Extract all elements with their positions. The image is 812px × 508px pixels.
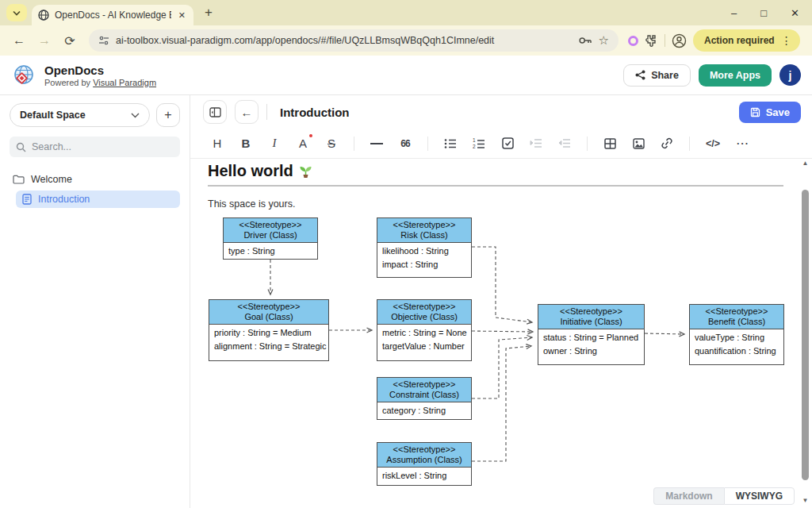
extensions-puzzle-icon[interactable] bbox=[645, 34, 658, 48]
stereotype-label: <<Stereotype>> bbox=[225, 220, 316, 230]
sidebar: Default Space + Search... Welcome bbox=[0, 95, 190, 508]
uml-class-constraint[interactable]: <<Stereotype>>Constraint (Class) categor… bbox=[377, 377, 472, 420]
svg-text:2: 2 bbox=[473, 144, 476, 149]
editor-scrollbar[interactable]: ▲ ▼ bbox=[800, 160, 810, 504]
stereotype-label: <<Stereotype>> bbox=[379, 444, 469, 455]
scroll-up-icon[interactable]: ▲ bbox=[800, 160, 810, 167]
back-to-list-button[interactable]: ← bbox=[235, 100, 259, 124]
window-maximize-button[interactable]: □ bbox=[760, 7, 767, 19]
document-label: Introduction bbox=[38, 194, 90, 205]
uml-class-initiative[interactable]: <<Stereotype>>Initiative (Class) status … bbox=[538, 304, 645, 365]
class-name: Goal (Class) bbox=[211, 312, 327, 322]
wysiwyg-mode-button[interactable]: WYSIWYG bbox=[724, 487, 795, 505]
stereotype-label: <<Stereotype>> bbox=[691, 306, 782, 317]
toggle-sidebar-button[interactable] bbox=[203, 100, 227, 124]
ordered-list-button[interactable]: 1 2 bbox=[473, 135, 485, 152]
save-button[interactable]: Save bbox=[739, 102, 801, 123]
uml-class-driver[interactable]: <<Stereotype>>Driver (Class) type : Stri… bbox=[223, 217, 318, 260]
scrollbar-thumb[interactable] bbox=[802, 190, 809, 480]
horizontal-rule-button[interactable] bbox=[370, 143, 383, 144]
browser-window: OpenDocs - AI Knowledge Base ✕ + – □ ✕ ←… bbox=[0, 0, 812, 508]
stereotype-label: <<Stereotype>> bbox=[379, 302, 469, 312]
more-tools-button[interactable]: ⋯ bbox=[736, 135, 749, 152]
editor-toolbar: H B I A S 66 1 2 bbox=[190, 129, 812, 159]
search-icon bbox=[16, 142, 26, 152]
editor-content[interactable]: Hello world This space is yours. bbox=[190, 159, 812, 508]
class-attribute: valueType : String bbox=[690, 329, 783, 343]
search-placeholder: Search... bbox=[32, 141, 71, 152]
action-required-button[interactable]: Action required ⋮ bbox=[693, 29, 800, 52]
password-key-icon[interactable] bbox=[579, 37, 592, 44]
class-name: Objective (Class) bbox=[379, 312, 469, 322]
class-attribute: category : String bbox=[377, 402, 471, 416]
window-close-button[interactable]: ✕ bbox=[791, 7, 799, 19]
powered-by: Powered by Visual Paradigm bbox=[44, 78, 156, 87]
uml-class-objective[interactable]: <<Stereotype>>Objective (Class) metric :… bbox=[377, 299, 472, 361]
heading-button[interactable]: H bbox=[211, 135, 224, 152]
bullet-list-button[interactable] bbox=[444, 135, 457, 152]
navbar-divider bbox=[665, 34, 665, 47]
uml-class-benefit[interactable]: <<Stereotype>>Benefit (Class) valueType … bbox=[689, 304, 784, 365]
stereotype-label: <<Stereotype>> bbox=[211, 302, 327, 312]
insert-image-button[interactable] bbox=[632, 135, 645, 152]
add-space-button[interactable]: + bbox=[156, 103, 180, 127]
insert-link-button[interactable] bbox=[661, 135, 673, 152]
save-floppy-icon bbox=[750, 107, 760, 117]
back-button[interactable]: ← bbox=[10, 33, 29, 48]
window-minimize-button[interactable]: – bbox=[731, 7, 737, 19]
insert-table-button[interactable] bbox=[603, 135, 616, 152]
profile-icon[interactable] bbox=[672, 33, 687, 48]
document-heading: Hello world bbox=[208, 162, 313, 180]
color-dot-icon bbox=[309, 134, 312, 137]
class-attribute: riskLevel : String bbox=[377, 468, 471, 481]
italic-button[interactable]: I bbox=[268, 135, 281, 152]
extension-ring-icon[interactable] bbox=[628, 36, 638, 46]
bookmark-star-icon[interactable]: ☆ bbox=[599, 33, 609, 48]
class-name: Driver (Class) bbox=[225, 230, 316, 241]
class-attribute: quantification : String bbox=[690, 343, 783, 356]
blockquote-button[interactable]: 66 bbox=[399, 135, 412, 152]
class-attribute: targetValue : Number bbox=[377, 338, 471, 352]
strikethrough-button[interactable]: S bbox=[325, 135, 338, 152]
sidebar-item-introduction[interactable]: Introduction bbox=[16, 190, 180, 208]
new-tab-button[interactable]: + bbox=[205, 5, 213, 21]
more-apps-button[interactable]: More Apps bbox=[699, 64, 772, 87]
search-input[interactable]: Search... bbox=[10, 137, 180, 157]
share-button[interactable]: Share bbox=[623, 64, 691, 87]
class-attribute: alignment : String = Strategic bbox=[209, 338, 328, 352]
kebab-menu-icon[interactable]: ⋮ bbox=[781, 34, 792, 47]
markdown-mode-button[interactable]: Markdown bbox=[653, 487, 723, 505]
sidebar-item-welcome[interactable]: Welcome bbox=[10, 171, 180, 187]
document-icon bbox=[22, 194, 32, 205]
address-bar[interactable]: ai-toolbox.visual-paradigm.com/app/opend… bbox=[89, 29, 619, 52]
bold-button[interactable]: B bbox=[239, 135, 252, 152]
ordered-list-icon: 1 2 bbox=[473, 138, 485, 149]
scroll-down-icon[interactable]: ▼ bbox=[800, 497, 810, 504]
rel-risk-initiative bbox=[472, 247, 532, 322]
image-icon bbox=[633, 138, 645, 149]
space-selector[interactable]: Default Space bbox=[10, 103, 150, 127]
reload-button[interactable]: ⟳ bbox=[60, 33, 79, 48]
browser-tab-opendocs[interactable]: OpenDocs - AI Knowledge Base ✕ bbox=[32, 5, 193, 25]
user-avatar[interactable]: j bbox=[779, 64, 801, 86]
app-header: OpenDocs Powered by Visual Paradigm Shar… bbox=[0, 56, 812, 95]
globe-favicon-icon bbox=[38, 10, 49, 21]
tab-close-icon[interactable]: ✕ bbox=[177, 10, 187, 21]
uml-class-assumption[interactable]: <<Stereotype>>Assumption (Class) riskLev… bbox=[377, 442, 472, 486]
code-block-button[interactable]: </> bbox=[706, 135, 720, 152]
app-name: OpenDocs bbox=[44, 64, 156, 77]
uml-class-risk[interactable]: <<Stereotype>>Risk (Class) likelihood : … bbox=[377, 217, 472, 278]
visual-paradigm-link[interactable]: Visual Paradigm bbox=[93, 78, 156, 87]
uml-class-goal[interactable]: <<Stereotype>>Goal (Class) priority : St… bbox=[209, 299, 329, 361]
toolbar-divider bbox=[427, 137, 428, 151]
task-list-button[interactable] bbox=[501, 135, 514, 152]
class-attribute: metric : String = None bbox=[377, 325, 471, 338]
chevron-down-icon bbox=[13, 10, 21, 16]
checkbox-icon bbox=[502, 137, 514, 149]
tab-search-button[interactable] bbox=[6, 4, 27, 21]
text-color-button[interactable]: A bbox=[297, 135, 309, 152]
rel-objective-initiative bbox=[472, 331, 533, 332]
url-text: ai-toolbox.visual-paradigm.com/app/opend… bbox=[116, 35, 573, 46]
rel-initiative-benefit bbox=[645, 333, 684, 334]
stereotype-label: <<Stereotype>> bbox=[379, 379, 469, 390]
